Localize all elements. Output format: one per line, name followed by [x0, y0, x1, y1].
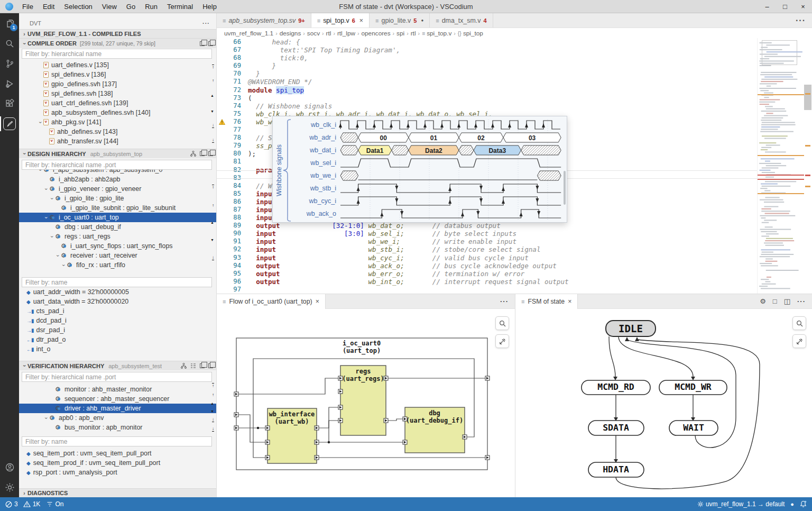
- code-line[interactable]: 68 tick:0,: [217, 54, 812, 62]
- tree-item[interactable]: ⚙i_gpio_lite_subnit : gpio_lite_subunit: [19, 203, 216, 213]
- sidebar-more-actions[interactable]: ···: [202, 20, 210, 26]
- copy-icon[interactable]: [200, 41, 205, 46]
- tree-item[interactable]: ⚙monitor : ahb_master_monitor: [19, 385, 216, 394]
- tree-nav-icon[interactable]: ↑: [212, 65, 214, 70]
- editor-tab-gpio_lite.v[interactable]: ≡gpio_lite.v5●: [370, 13, 430, 28]
- menu-file[interactable]: File: [17, 0, 38, 13]
- workspace-status[interactable]: uvm_ref_flow_1.1 → default: [697, 500, 785, 508]
- zoom-search-button[interactable]: [792, 316, 806, 330]
- code-line[interactable]: 66 head: {: [217, 38, 812, 46]
- section-compile-order[interactable]: › COMPILE ORDER [299 total, 227 unique, …: [19, 38, 216, 48]
- code-line[interactable]: 95 output wb_err_o; // termination w/ er…: [217, 270, 812, 278]
- breadcrumb-item[interactable]: uvm_ref_flow_1.1: [224, 30, 273, 37]
- breadcrumb[interactable]: uvm_ref_flow_1.1›designs›socv›rtl›rtl_lp…: [217, 28, 812, 38]
- close-icon[interactable]: ×: [568, 298, 571, 305]
- state-wait[interactable]: WAIT: [683, 423, 704, 433]
- activity-dvt-icon[interactable]: [0, 114, 19, 134]
- tree-item[interactable]: ⚙bus_monitor : apb_monitor: [19, 423, 216, 432]
- copy-all-icon[interactable]: [208, 41, 213, 46]
- block-wb-interface[interactable]: wb_interface: [269, 410, 315, 418]
- dirty-indicator[interactable]: ●: [421, 18, 423, 23]
- code-editor[interactable]: 66 head: {67 text:'SPI Top Timing Diagra…: [217, 38, 812, 294]
- block-dbg[interactable]: dbg: [429, 409, 440, 417]
- editor-tab-dma_tx_sm.v[interactable]: ≡dma_tx_sm.v4: [430, 13, 493, 28]
- minimap[interactable]: [757, 38, 804, 294]
- filter-status[interactable]: On: [47, 500, 63, 508]
- editor-tab-apb_subsystem_top.sv[interactable]: ≡apb_subsystem_top.sv9+: [217, 13, 311, 28]
- tree-nav-icon[interactable]: ▲: [210, 220, 214, 225]
- status-circle-icon[interactable]: ●: [790, 501, 794, 507]
- code-line[interactable]: 71@WAVEDROM_END */: [217, 78, 812, 86]
- tree-item[interactable]: ›⚙apb0 : apb_env: [19, 413, 216, 423]
- breadcrumb-item[interactable]: opencores: [361, 30, 390, 37]
- breadcrumb-item[interactable]: rtl: [411, 30, 416, 37]
- tree-item[interactable]: uart_defines.v [135]: [19, 60, 216, 70]
- tree-item[interactable]: ⚙i_ahb2apb : ahb2apb: [19, 175, 216, 184]
- breadcrumb-item[interactable]: spi_top.v: [427, 30, 451, 37]
- menu-selection[interactable]: Selection: [59, 0, 97, 13]
- section-verification-hierarchy[interactable]: › VERIFICATION HIERARCHY apb_subsystem_t…: [19, 361, 216, 370]
- code-line[interactable]: 70 }: [217, 70, 812, 78]
- code-line[interactable]: 69 }: [217, 62, 812, 70]
- tools-button[interactable]: [495, 334, 509, 348]
- tree-item[interactable]: ›⚙regs : uart_regs: [19, 232, 216, 241]
- chevron-down-icon[interactable]: ›: [49, 195, 55, 202]
- chevron-down-icon[interactable]: ›: [38, 119, 43, 125]
- tree-nav-icon[interactable]: ↓: [212, 417, 214, 422]
- port-item[interactable]: ◆seq_item_prod_if : uvm_seq_item_pull_po…: [19, 458, 216, 468]
- menu-edit[interactable]: Edit: [38, 0, 59, 13]
- chevron-down-icon[interactable]: ›: [43, 186, 49, 192]
- tree-item[interactable]: ⚙driver : ahb_master_driver: [19, 404, 216, 413]
- port-item[interactable]: ◆seq_item_port : uvm_seq_item_pull_port: [19, 449, 216, 458]
- copy-icon[interactable]: [200, 363, 205, 368]
- tree-item[interactable]: ⚙sequencer : ahb_master_sequencer: [19, 394, 216, 404]
- activity-search-icon[interactable]: [0, 33, 19, 53]
- tree-item[interactable]: ahb_defines.sv [143]: [19, 127, 216, 136]
- problems-status[interactable]: 3 1K: [5, 500, 40, 508]
- breadcrumb-item[interactable]: rtl: [326, 30, 331, 37]
- close-icon[interactable]: ×: [359, 17, 363, 24]
- tree-item[interactable]: ahb_transfer.sv [144]: [19, 136, 216, 146]
- port-item[interactable]: →▮dcd_pad_i: [19, 316, 216, 325]
- state-mcmd-wr[interactable]: MCMD_WR: [675, 382, 712, 392]
- chevron-down-icon[interactable]: ›: [43, 214, 49, 221]
- flow-diagram-canvas[interactable]: i_oc_uart0 (uart_top) wb_interface (uart…: [217, 309, 515, 497]
- chevron-down-icon[interactable]: ›: [43, 382, 49, 383]
- breadcrumb-item[interactable]: spi_top: [463, 30, 483, 37]
- port-item[interactable]: ◆uart_addr_width = 32'h00000005: [19, 287, 216, 297]
- tree-nav-icon[interactable]: ↓: [212, 123, 214, 128]
- breadcrumb-item[interactable]: designs: [280, 30, 301, 37]
- code-line[interactable]: 73(: [217, 94, 812, 102]
- activity-explorer-icon[interactable]: 1: [0, 13, 19, 33]
- code-line[interactable]: 91 input wb_we_i; // write enable input: [217, 238, 812, 245]
- copy-all-icon[interactable]: [208, 363, 213, 368]
- code-line[interactable]: 96 output wb_int_o; // interrupt request…: [217, 278, 812, 286]
- chevron-down-icon[interactable]: ›: [49, 233, 55, 240]
- state-idle[interactable]: IDLE: [619, 323, 643, 334]
- account-icon[interactable]: [0, 457, 19, 477]
- verif-ports-filter-input[interactable]: [22, 436, 212, 446]
- tree-nav-icon[interactable]: ▼: [210, 238, 214, 242]
- editor-more-actions[interactable]: ···: [789, 13, 812, 28]
- tree-nav-icon[interactable]: ↓: [212, 426, 214, 432]
- minimize-button[interactable]: –: [758, 0, 776, 13]
- tree-nav-icon[interactable]: ▼: [210, 109, 214, 114]
- zoom-search-button[interactable]: [495, 316, 509, 330]
- tree-item[interactable]: ›⚙fifo_rx : uart_rfifo: [19, 260, 216, 270]
- chevron-down-icon[interactable]: ›: [38, 170, 43, 173]
- port-item[interactable]: ←▮int_o: [19, 344, 216, 354]
- scrollbar-thumb[interactable]: [804, 85, 811, 110]
- popup-scrollbar[interactable]: [564, 171, 566, 205]
- section-compiled-files[interactable]: › UVM_REF_FLOW_1.1 - COMPILED FILES: [19, 29, 216, 38]
- design-ports-filter-input[interactable]: [22, 277, 212, 287]
- hierarchy-icon[interactable]: [181, 363, 187, 369]
- chevron-down-icon[interactable]: ›: [61, 262, 67, 268]
- code-line[interactable]: 74 // Wishbone signals: [217, 102, 812, 110]
- port-item[interactable]: →▮dsr_pad_i: [19, 325, 216, 335]
- more-actions-icon[interactable]: ···: [500, 297, 509, 305]
- tree-item[interactable]: ›⚙i_gpio_veneer : gpio_veneer: [19, 184, 216, 194]
- tree-item[interactable]: uart_ctrl_defines.svh [139]: [19, 98, 216, 108]
- tree-item[interactable]: ›⚙i_oc_uart0 : uart_top: [19, 213, 216, 222]
- state-hdata[interactable]: HDATA: [603, 464, 629, 474]
- menu-go[interactable]: Go: [122, 0, 140, 13]
